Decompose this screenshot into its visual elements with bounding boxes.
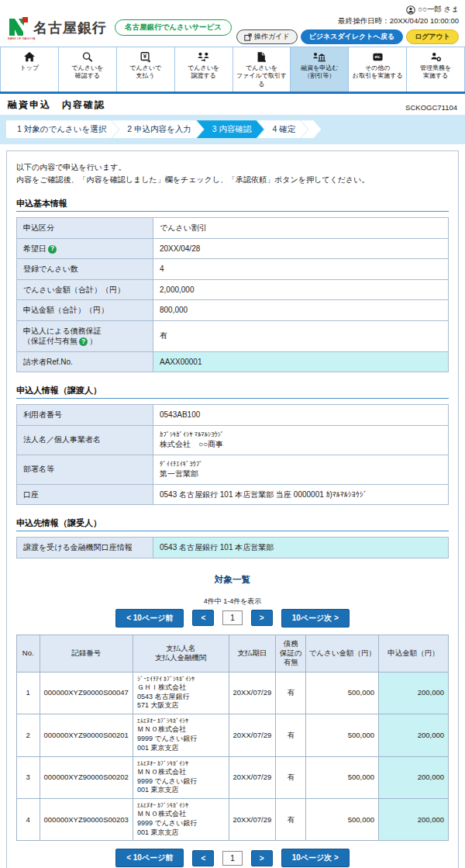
operation-guide-button[interactable]: 操作ガイド: [236, 29, 298, 44]
header: BANK OF NAGOYA 名古屋銀行 名古屋銀行でんさいサービス ○○一郎 …: [0, 0, 465, 47]
row-value: 有: [153, 320, 449, 351]
nav-item-apply-loan[interactable]: 融資を申込む（割引等）: [290, 47, 348, 92]
search-icon: [60, 50, 115, 63]
row-value: でんさい割引: [153, 218, 449, 239]
table-row: 譲渡を受ける金融機関口座情報 0543 名古屋銀行 101 本店営業部: [17, 538, 449, 558]
col-guarantee: 債務保証の有無: [276, 635, 306, 672]
row-label: 申込人による債務保証: [23, 327, 102, 335]
last-operation-time: 最終操作日時：20XX/04/20 10:00:00: [236, 16, 459, 26]
row-value: ﾀﾞｲｲﾁｴｲｷﾞﾖｳﾌﾞ第一営業部: [153, 455, 449, 484]
nav-item-pay-densai[interactable]: ¥ でんさいで支払う: [116, 47, 174, 92]
target-list-title: 対象一覧: [16, 574, 449, 586]
section-applicant-info-title: 申込人情報（譲渡人）: [16, 385, 449, 399]
row-value-highlighted: 0543 名古屋銀行 101 本店営業部: [153, 538, 449, 558]
header-buttons: 操作ガイド ビジネスダイレクトへ戻る ログアウト: [236, 29, 459, 44]
current-page-box: 1: [222, 610, 243, 625]
row-value: 0543AB100: [153, 405, 449, 426]
applicant-info-table: 利用者番号 0543AB100 法人名／個人事業者名 ｶﾌﾞｼｷｶﾞｲｼﾔ ﾏﾙ…: [16, 404, 449, 505]
row-value: 2,000,000: [153, 279, 449, 300]
next-page-button[interactable]: >: [251, 610, 273, 626]
next-10-pages-button[interactable]: 10ページ次 >: [281, 849, 350, 867]
table-row: 3 000000XYZ90000S00202 ｴﾑｴﾇｵｰ ｶﾌﾞｼｷｶﾞｲｼﾔ…: [17, 756, 449, 798]
page-title: 融資申込 内容確認: [8, 99, 105, 112]
title-row: 融資申込 内容確認 SCKOGC71104: [0, 94, 465, 115]
external-link-icon: [244, 33, 252, 41]
nav-item-file-transaction[interactable]: でんさいをファイルで取引する: [232, 47, 291, 92]
yen-pay-icon: ¥: [118, 50, 174, 63]
row-label: 申込金額（合計）（円）: [17, 300, 153, 321]
prev-page-button[interactable]: <: [192, 850, 214, 866]
pager-bottom: < 10ページ前 < 1 > 10ページ次 >: [16, 849, 449, 867]
row-label: でんさい金額（合計）（円）: [17, 279, 153, 300]
logout-button[interactable]: ログアウト: [406, 29, 459, 44]
table-row: 申込人による債務保証 （保証付与有無） 有: [17, 320, 449, 351]
nav-item-admin-tasks[interactable]: 管理業務を実施する: [406, 47, 465, 92]
table-row: 部署名等 ﾀﾞｲｲﾁｴｲｷﾞﾖｳﾌﾞ第一営業部: [17, 455, 449, 484]
user-icon: [406, 5, 415, 15]
col-amount: でんさい金額（円）: [306, 635, 379, 672]
step-4-complete: 4 確定: [257, 120, 308, 138]
home-icon: [2, 50, 57, 63]
main-nav: トップ でんさいを確認する ¥ でんさいで支払う でんさいを譲渡する でんさいを…: [0, 47, 465, 94]
prev-10-pages-button[interactable]: < 10ページ前: [115, 609, 184, 628]
prev-10-pages-button[interactable]: < 10ページ前: [115, 849, 184, 867]
row-label: 口座: [17, 484, 153, 505]
row-value-highlighted: AAXX00001: [153, 351, 449, 372]
help-icon[interactable]: [79, 337, 88, 346]
step-3-confirm: 3 内容確認: [197, 120, 264, 138]
nav-item-top[interactable]: トップ: [0, 47, 58, 92]
help-icon[interactable]: [48, 245, 57, 254]
row-label: 利用者番号: [17, 405, 153, 426]
pager-top: < 10ページ前 < 1 > 10ページ次 >: [16, 609, 449, 628]
steps-bar: 1 対象のでんさいを選択 2 申込内容を入力 3 内容確認 4 確定: [6, 120, 459, 138]
current-page-box: 1: [222, 851, 243, 866]
content-box: 以下の内容で申込を行います。 内容をご確認後、「内容を確認しました」欄をチェック…: [6, 150, 459, 868]
row-label: 部署名等: [17, 455, 153, 484]
result-count: 4件中 1-4件を表示: [16, 597, 449, 607]
row-value: 800,000: [153, 300, 449, 321]
step-1-select: 1 対象のでんさいを選択: [6, 120, 119, 138]
table-row: 口座 0543 名古屋銀行 101 本店営業部 当座 0000001 ｶ)ﾏﾙﾏ…: [17, 484, 449, 505]
person-gear-icon: [408, 50, 463, 63]
table-row: 希望日 20XX/04/28: [17, 238, 449, 259]
target-list-table: No. 記録番号 支払人名支払人金融機関 支払期日 債務保証の有無 でんさい金額…: [16, 635, 449, 842]
table-row: 請求者Ref.No. AAXX00001: [17, 351, 449, 372]
user-line: ○○一郎 さま: [236, 5, 459, 15]
table-header-row: No. 記録番号 支払人名支払人金融機関 支払期日 債務保証の有無 でんさい金額…: [17, 635, 449, 672]
row-label: 法人名／個人事業者名: [17, 425, 153, 455]
user-name: ○○一郎 さま: [418, 5, 459, 15]
steps-band: 1 対象のでんさいを選択 2 申込内容を入力 3 内容確認 4 確定: [0, 115, 465, 144]
header-right: ○○一郎 さま 最終操作日時：20XX/04/20 10:00:00 操作ガイド…: [236, 5, 459, 44]
logo-caption: BANK OF NAGOYA: [8, 36, 36, 40]
person-bank-icon: [291, 50, 347, 63]
service-badge: 名古屋銀行でんさいサービス: [115, 19, 232, 36]
file-icon: [234, 50, 290, 63]
logo: BANK OF NAGOYA 名古屋銀行 名古屋銀行でんさいサービス: [8, 11, 232, 44]
col-due-date: 支払期日: [229, 635, 276, 672]
table-row: 申込区分 でんさい割引: [17, 218, 449, 239]
next-10-pages-button[interactable]: 10ページ次 >: [281, 609, 350, 628]
intro-text: 以下の内容で申込を行います。 内容をご確認後、「内容を確認しました」欄をチェック…: [16, 161, 449, 185]
business-direct-button[interactable]: ビジネスダイレクトへ戻る: [301, 29, 403, 44]
operation-guide-label: 操作ガイド: [254, 32, 290, 42]
page-root: BANK OF NAGOYA 名古屋銀行 名古屋銀行でんさいサービス ○○一郎 …: [0, 0, 465, 868]
next-page-button[interactable]: >: [251, 850, 273, 866]
row-value: ｶﾌﾞｼｷｶﾞｲｼﾔ ﾏﾙﾏﾙｼﾖｳｼﾞ株式会社 ○○商事: [153, 425, 449, 455]
bank-name: 名古屋銀行: [33, 19, 107, 37]
nav-item-transfer-densai[interactable]: でんさいを譲渡する: [174, 47, 232, 92]
row-label: 請求者Ref.No.: [17, 351, 153, 372]
basic-info-table: 申込区分 でんさい割引 希望日 20XX/04/28 登録でんさい数 4 でんさ…: [16, 217, 449, 372]
prev-page-button[interactable]: <: [192, 610, 214, 626]
row-label: 登録でんさい数: [17, 259, 153, 280]
nav-item-other-transactions[interactable]: etc. その他のお取引を実施する: [348, 47, 406, 92]
row-value: 4: [153, 259, 449, 280]
row-label: 希望日: [23, 244, 46, 253]
table-row: 2 000000XYZ90000S00201 ｴﾑｴﾇｵｰ ｶﾌﾞｼｷｶﾞｲｼﾔ…: [17, 714, 449, 756]
col-no: No.: [17, 635, 40, 672]
people-transfer-icon: [176, 50, 232, 63]
screen-id: SCKOGC71104: [405, 103, 457, 112]
nav-item-confirm-densai[interactable]: でんさいを確認する: [58, 47, 116, 92]
row-value: 20XX/04/28: [153, 238, 449, 259]
svg-text:¥: ¥: [143, 53, 147, 60]
table-row: 申込金額（合計）（円） 800,000: [17, 300, 449, 321]
